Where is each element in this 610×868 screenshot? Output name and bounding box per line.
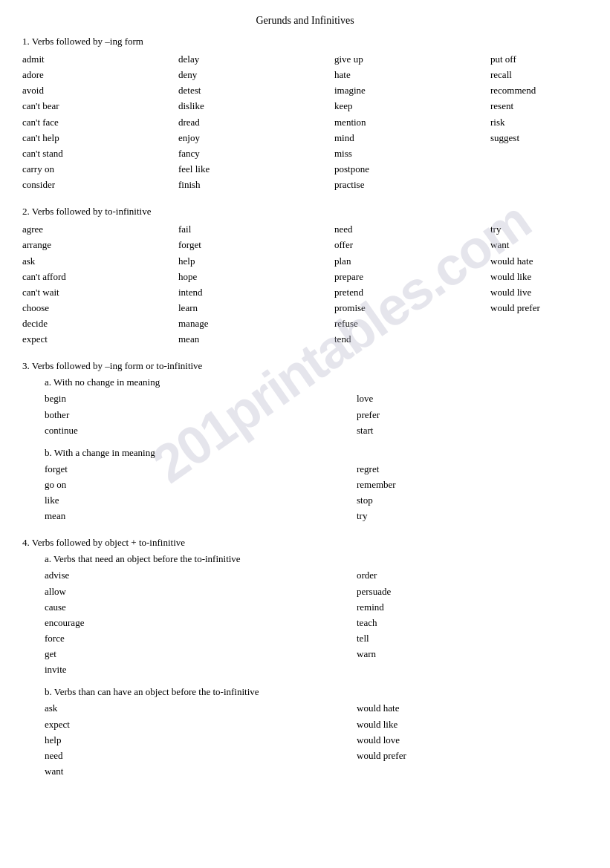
list-item: help: [45, 733, 357, 748]
list-item: can't help: [22, 131, 178, 146]
list-item: agree: [22, 222, 178, 237]
list-item: get: [45, 647, 357, 662]
list-item: pretend: [334, 285, 490, 300]
list-item: avoid: [22, 83, 178, 98]
list-item: bother: [45, 408, 357, 422]
section-3: 3. Verbs followed by –ing form or to-inf…: [22, 360, 588, 523]
list-item: give up: [334, 52, 490, 67]
list-item: need: [334, 222, 490, 237]
section-1-col1: admitadoreavoidcan't bearcan't facecan't…: [22, 52, 178, 192]
list-item: suggest: [490, 131, 610, 146]
section-3a-grid: beginbothercontinue lovepreferstart: [45, 391, 588, 437]
list-item: enjoy: [178, 131, 334, 146]
list-item: continue: [45, 423, 357, 438]
list-item: persuade: [357, 584, 580, 599]
list-item: detest: [178, 83, 334, 98]
list-item: would love: [357, 733, 580, 748]
page-title: Gerunds and Infinitives: [22, 15, 588, 27]
list-item: mind: [334, 131, 490, 146]
list-item: would live: [490, 285, 610, 300]
list-item: arrange: [22, 238, 178, 252]
list-item: promise: [334, 301, 490, 316]
list-item: invite: [45, 662, 357, 677]
section-4b: b. Verbs than can have an object before …: [45, 686, 588, 779]
list-item: allow: [45, 584, 357, 599]
section-2: 2. Verbs followed by to-infinitive agree…: [22, 206, 588, 347]
section-4b-header: b. Verbs than can have an object before …: [45, 686, 588, 698]
section-4a-col1: adviseallowcauseencourageforcegetinvite: [45, 568, 357, 677]
list-item: love: [357, 391, 580, 406]
list-item: mention: [334, 115, 490, 130]
list-item: would hate: [357, 701, 580, 716]
list-item: fancy: [178, 146, 334, 161]
list-item: try: [357, 509, 580, 523]
section-4b-col1: askexpecthelpneedwant: [45, 701, 357, 779]
section-2-header: 2. Verbs followed by to-infinitive: [22, 206, 588, 218]
list-item: ask: [22, 254, 178, 269]
section-3a: a. With no change in meaning beginbother…: [45, 376, 588, 437]
section-2-col1: agreearrangeaskcan't affordcan't waitcho…: [22, 222, 178, 347]
list-item: feel like: [178, 162, 334, 177]
list-item: dread: [178, 115, 334, 130]
list-item: refuse: [334, 316, 490, 331]
list-item: would like: [357, 717, 580, 732]
list-item: try: [490, 222, 610, 237]
list-item: prefer: [357, 408, 580, 422]
list-item: force: [45, 631, 357, 646]
list-item: admit: [22, 52, 178, 67]
list-item: warn: [357, 647, 580, 662]
list-item: postpone: [334, 162, 490, 177]
list-item: ask: [45, 701, 357, 716]
list-item: help: [178, 254, 334, 269]
section-1-header: 1. Verbs followed by –ing form: [22, 36, 588, 48]
section-3b-col2: regretrememberstoptry: [357, 462, 580, 524]
list-item: hope: [178, 270, 334, 284]
list-item: encourage: [45, 616, 357, 630]
section-3-header: 3. Verbs followed by –ing form or to-inf…: [22, 360, 588, 372]
list-item: manage: [178, 316, 334, 331]
list-item: can't afford: [22, 270, 178, 284]
list-item: go on: [45, 477, 357, 492]
section-4a-col2: orderpersuaderemindteachtellwarn: [357, 568, 580, 677]
section-4a-grid: adviseallowcauseencourageforcegetinvite …: [45, 568, 588, 677]
list-item: tend: [334, 332, 490, 347]
section-3a-col2: lovepreferstart: [357, 391, 580, 437]
list-item: would like: [490, 270, 610, 284]
list-item: keep: [334, 99, 490, 114]
list-item: would prefer: [490, 301, 610, 316]
list-item: finish: [178, 177, 334, 192]
list-item: want: [490, 238, 610, 252]
list-item: dislike: [178, 99, 334, 114]
section-4a: a. Verbs that need an object before the …: [45, 553, 588, 677]
list-item: prepare: [334, 270, 490, 284]
section-4b-col2: would hatewould likewould lovewould pref…: [357, 701, 580, 779]
section-1-grid: admitadoreavoidcan't bearcan't facecan't…: [22, 52, 588, 192]
list-item: resent: [490, 99, 610, 114]
list-item: practise: [334, 177, 490, 192]
list-item: fail: [178, 222, 334, 237]
section-1-col4: put offrecallrecommendresentrisksuggest: [490, 52, 610, 192]
section-3a-col1: beginbothercontinue: [45, 391, 357, 437]
section-4a-header: a. Verbs that need an object before the …: [45, 553, 588, 565]
section-2-col2: failforgethelphopeintendlearnmanagemean: [178, 222, 334, 347]
list-item: teach: [357, 616, 580, 630]
section-3b-header: b. With a change in meaning: [45, 447, 588, 459]
list-item: choose: [22, 301, 178, 316]
list-item: can't face: [22, 115, 178, 130]
section-4: 4. Verbs followed by object + to-infinit…: [22, 537, 588, 779]
list-item: need: [45, 748, 357, 763]
list-item: can't bear: [22, 99, 178, 114]
list-item: delay: [178, 52, 334, 67]
list-item: expect: [22, 332, 178, 347]
section-3b: b. With a change in meaning forgetgo onl…: [45, 447, 588, 524]
section-2-col4: trywantwould hatewould likewould livewou…: [490, 222, 610, 347]
list-item: decide: [22, 316, 178, 331]
list-item: remember: [357, 477, 580, 492]
list-item: intend: [178, 285, 334, 300]
list-item: carry on: [22, 162, 178, 177]
list-item: forget: [45, 462, 357, 477]
list-item: cause: [45, 600, 357, 615]
list-item: stop: [357, 493, 580, 508]
list-item: recommend: [490, 83, 610, 98]
list-item: plan: [334, 254, 490, 269]
